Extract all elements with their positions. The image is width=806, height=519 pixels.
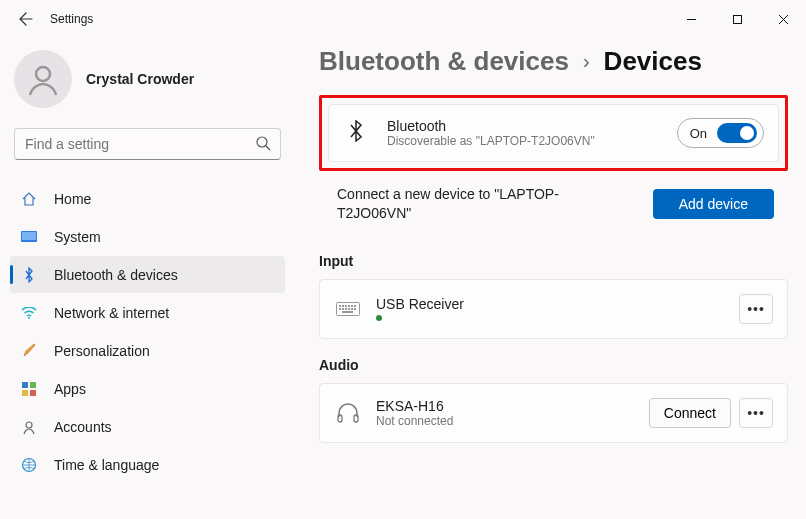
add-device-button[interactable]: Add device [653, 189, 774, 219]
svg-rect-8 [22, 390, 28, 396]
section-input-title: Input [319, 253, 788, 269]
home-icon [20, 190, 38, 208]
bluetooth-card: Bluetooth Discoverable as "LAPTOP-T2JO06… [328, 104, 779, 162]
nav-label: Time & language [54, 457, 159, 473]
device-name: EKSA-H16 [376, 398, 453, 414]
nav-personalization[interactable]: Personalization [10, 332, 285, 369]
nav-system[interactable]: System [10, 218, 285, 255]
nav-label: Accounts [54, 419, 112, 435]
nav-list: Home System Bluetooth & devices Network … [0, 180, 295, 483]
brush-icon [20, 342, 38, 360]
chevron-right-icon: › [583, 50, 590, 73]
bluetooth-subtitle: Discoverable as "LAPTOP-T2JO06VN" [387, 134, 595, 148]
nav-time-language[interactable]: Time & language [10, 446, 285, 483]
maximize-button[interactable] [714, 0, 760, 38]
nav-label: System [54, 229, 101, 245]
clock-globe-icon [20, 456, 38, 474]
nav-label: Network & internet [54, 305, 169, 321]
profile-block[interactable]: Crystal Crowder [0, 50, 295, 108]
bluetooth-icon [343, 120, 369, 146]
nav-bluetooth-devices[interactable]: Bluetooth & devices [10, 256, 285, 293]
bluetooth-toggle[interactable]: On [677, 118, 764, 148]
nav-label: Home [54, 191, 91, 207]
svg-rect-7 [30, 382, 36, 388]
svg-rect-24 [354, 308, 356, 310]
nav-network[interactable]: Network & internet [10, 294, 285, 331]
wifi-icon [20, 304, 38, 322]
toggle-label: On [690, 126, 707, 141]
svg-rect-27 [354, 415, 358, 422]
svg-point-2 [257, 137, 267, 147]
breadcrumb-parent[interactable]: Bluetooth & devices [319, 46, 569, 77]
nav-apps[interactable]: Apps [10, 370, 285, 407]
main-content: Bluetooth & devices › Devices Bluetooth … [295, 38, 806, 519]
svg-rect-19 [339, 308, 341, 310]
accounts-icon [20, 418, 38, 436]
svg-rect-18 [354, 305, 356, 307]
svg-rect-13 [339, 305, 341, 307]
minimize-button[interactable] [668, 0, 714, 38]
svg-point-10 [26, 422, 32, 428]
breadcrumb: Bluetooth & devices › Devices [319, 46, 788, 77]
search-input[interactable] [14, 128, 281, 160]
section-audio-title: Audio [319, 357, 788, 373]
toggle-switch [717, 123, 757, 143]
nav-accounts[interactable]: Accounts [10, 408, 285, 445]
svg-rect-21 [345, 308, 347, 310]
minimize-icon [686, 14, 697, 25]
svg-rect-26 [338, 415, 342, 422]
status-dot-icon [376, 315, 382, 321]
maximize-icon [732, 14, 743, 25]
svg-rect-16 [348, 305, 350, 307]
window-title: Settings [50, 12, 93, 26]
headphones-icon [334, 402, 362, 424]
svg-rect-6 [22, 382, 28, 388]
close-button[interactable] [760, 0, 806, 38]
bluetooth-title: Bluetooth [387, 118, 595, 134]
sidebar: Crystal Crowder Home System Bluetooth & … [0, 38, 295, 519]
svg-rect-20 [342, 308, 344, 310]
search-box [14, 128, 281, 160]
svg-rect-9 [30, 390, 36, 396]
svg-rect-0 [733, 15, 741, 23]
device-status: Not connected [376, 414, 453, 428]
input-device-card[interactable]: USB Receiver ••• [319, 279, 788, 339]
search-icon [255, 135, 271, 155]
more-button[interactable]: ••• [739, 398, 773, 428]
svg-rect-15 [345, 305, 347, 307]
nav-label: Bluetooth & devices [54, 267, 178, 283]
back-button[interactable] [12, 5, 40, 33]
device-name: USB Receiver [376, 296, 464, 312]
svg-rect-17 [351, 305, 353, 307]
keyboard-icon [334, 302, 362, 316]
bluetooth-icon [20, 266, 38, 284]
close-icon [778, 14, 789, 25]
user-name: Crystal Crowder [86, 71, 194, 87]
person-icon [25, 61, 61, 97]
svg-rect-14 [342, 305, 344, 307]
svg-point-1 [36, 67, 50, 81]
svg-rect-23 [351, 308, 353, 310]
connect-button[interactable]: Connect [649, 398, 731, 428]
apps-icon [20, 380, 38, 398]
system-icon [20, 228, 38, 246]
avatar [14, 50, 72, 108]
nav-label: Apps [54, 381, 86, 397]
bluetooth-highlight: Bluetooth Discoverable as "LAPTOP-T2JO06… [319, 95, 788, 171]
svg-rect-22 [348, 308, 350, 310]
svg-rect-25 [342, 311, 353, 313]
nav-home[interactable]: Home [10, 180, 285, 217]
audio-device-card[interactable]: EKSA-H16 Not connected Connect ••• [319, 383, 788, 443]
connect-text: Connect a new device to "LAPTOP-T2JO06VN… [337, 185, 597, 223]
nav-label: Personalization [54, 343, 150, 359]
svg-rect-4 [22, 232, 36, 240]
connect-row: Connect a new device to "LAPTOP-T2JO06VN… [319, 179, 788, 235]
arrow-left-icon [18, 11, 34, 27]
breadcrumb-current: Devices [604, 46, 702, 77]
svg-point-5 [28, 317, 30, 319]
more-button[interactable]: ••• [739, 294, 773, 324]
